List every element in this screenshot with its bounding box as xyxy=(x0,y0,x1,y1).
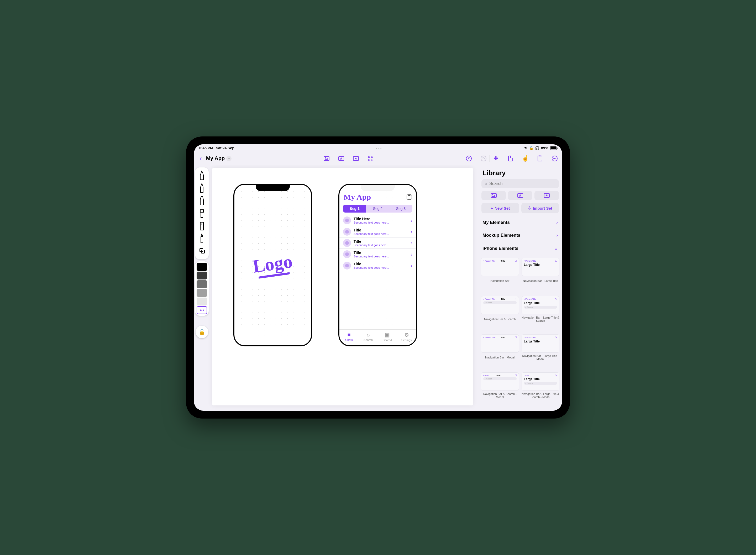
mock-tab-bar: ■Chats ⌕Search ▣Shared ⚙Settings xyxy=(339,329,416,345)
eraser-tool[interactable]: x xyxy=(197,220,207,232)
mock-app-title[interactable]: My App xyxy=(344,193,371,202)
item-caption: Navigation Bar xyxy=(490,278,509,284)
brush-tool[interactable] xyxy=(197,207,207,219)
tab-shared[interactable]: ▣Shared xyxy=(378,332,397,342)
avatar-icon xyxy=(343,262,351,269)
library-grid[interactable]: ‹Parent TitleTitle☐ Navigation Bar ‹Pare… xyxy=(478,255,562,411)
library-item[interactable]: ‹Parent Title☐Large Title Navigation Bar… xyxy=(521,258,560,293)
gear-icon: ⚙ xyxy=(404,332,409,338)
tab-label: Shared xyxy=(383,339,392,342)
chevron-down-icon[interactable]: ⌄ xyxy=(226,156,232,161)
library-title: Library xyxy=(478,165,562,179)
document-title[interactable]: My App ⌄ xyxy=(206,155,232,161)
redo-button[interactable]: ↷ xyxy=(480,155,487,162)
segmented-control[interactable]: Seg 1 Seg 2 Seg 3 xyxy=(343,205,412,213)
segment-3[interactable]: Seg 3 xyxy=(389,205,412,213)
list-item[interactable]: Title Secondary text goes here... › xyxy=(339,238,416,249)
canvas[interactable]: Logo My App xyxy=(212,168,473,405)
mock-header: My App xyxy=(339,185,416,203)
row-subtitle: Secondary text goes here... xyxy=(353,232,408,236)
chat-icon: ■ xyxy=(347,332,350,338)
library-item[interactable]: Close✎Large Title⌕Search Navigation Bar … xyxy=(521,372,560,408)
library-item[interactable]: ‹Parent Title✎Large Title⌕Search Navigat… xyxy=(521,296,560,332)
share-icon[interactable] xyxy=(537,155,543,162)
new-set-button[interactable]: +New Set xyxy=(481,203,519,213)
avatar-icon xyxy=(343,250,351,258)
star-tool-icon[interactable] xyxy=(352,155,360,162)
tab-label: Chats xyxy=(345,338,353,341)
row-title: Title xyxy=(353,228,408,232)
filter-images[interactable] xyxy=(481,191,506,200)
puzzle-icon[interactable]: ✚ xyxy=(493,155,499,162)
color-swatch-3[interactable] xyxy=(197,289,207,297)
library-item[interactable]: ‹Parent TitleTitle+⌕Search Navigation Ba… xyxy=(481,296,519,332)
library-item[interactable]: CloseTitle☐⌕Search Navigation Bar & Sear… xyxy=(481,372,519,408)
color-swatch-2[interactable] xyxy=(197,280,207,288)
battery-icon xyxy=(550,146,557,150)
import-set-label: Import Set xyxy=(533,206,552,210)
color-swatch-0[interactable] xyxy=(197,263,207,271)
mockup-phone-list[interactable]: My App Seg 1 Seg 2 Seg 3 xyxy=(338,184,417,346)
search-icon: ⌕ xyxy=(367,332,370,338)
tab-chats[interactable]: ■Chats xyxy=(339,332,359,342)
insert-tools xyxy=(323,155,374,162)
new-set-label: New Set xyxy=(495,206,510,210)
grid-tool-icon[interactable] xyxy=(367,155,374,162)
svg-text:x: x xyxy=(201,223,203,225)
hand-tool-icon[interactable]: ☝ xyxy=(522,155,529,162)
tab-settings[interactable]: ⚙Settings xyxy=(397,332,416,342)
list-item[interactable]: Title Secondary text goes here... › xyxy=(339,260,416,271)
section-iphone-elements[interactable]: iPhone Elements ⌄ xyxy=(478,242,562,255)
row-subtitle: Secondary text goes here... xyxy=(353,255,408,258)
library-item[interactable]: ‹Parent TitleTitle☐ Navigation Bar xyxy=(481,258,519,293)
list-item[interactable]: Title Secondary text goes here... › xyxy=(339,226,416,238)
mockup-phone-splash[interactable]: Logo xyxy=(234,184,312,346)
avatar-icon xyxy=(343,228,351,236)
import-set-button[interactable]: ⇩Import Set xyxy=(521,203,559,213)
section-mockup-elements[interactable]: Mockup Elements › xyxy=(478,229,562,242)
image-tool-icon[interactable] xyxy=(323,155,330,162)
color-swatch-1[interactable] xyxy=(197,271,207,280)
color-swatch-4[interactable] xyxy=(197,298,207,305)
canvas-area[interactable]: Logo My App xyxy=(210,165,478,411)
lock-button[interactable]: 🔓 xyxy=(196,326,208,338)
status-date: Sat 24 Sep xyxy=(216,146,235,150)
multitask-dots-icon[interactable]: ●●● xyxy=(235,147,524,149)
tab-search[interactable]: ⌕Search xyxy=(359,332,378,342)
shapes-tool[interactable] xyxy=(197,245,207,257)
library-item[interactable]: ‹Parent Title✎Large Title Navigation Bar… xyxy=(521,334,560,370)
chevron-right-icon: › xyxy=(556,233,558,238)
undo-button[interactable]: ↶ xyxy=(465,155,472,162)
mock-list: Title Here Secondary text goes here... ›… xyxy=(339,215,416,271)
item-caption: Navigation Bar & Search - Modal xyxy=(481,392,519,399)
color-swatch-custom[interactable]: ••• xyxy=(197,306,207,314)
search-input[interactable] xyxy=(489,181,556,186)
logo[interactable]: Logo xyxy=(235,185,311,345)
drawing-tools: x xyxy=(195,167,209,259)
segment-1[interactable]: Seg 1 xyxy=(343,205,366,213)
pen-tool[interactable] xyxy=(197,170,207,182)
library-item[interactable]: ‹Parent TitleTitle☐ Navigation Bar - Mod… xyxy=(481,334,519,370)
section-my-elements[interactable]: My Elements › xyxy=(478,216,562,229)
row-subtitle: Secondary text goes here... xyxy=(353,221,408,224)
filter-text[interactable] xyxy=(508,191,532,200)
section-label: Mockup Elements xyxy=(482,233,520,238)
list-item[interactable]: Title Here Secondary text goes here... › xyxy=(339,215,416,226)
avatar-icon xyxy=(343,216,351,224)
marker-tool[interactable] xyxy=(197,195,207,207)
list-item[interactable]: Title Secondary text goes here... › xyxy=(339,249,416,260)
back-button[interactable]: ‹ xyxy=(198,154,203,162)
library-search[interactable]: ⌕ xyxy=(481,179,559,188)
share-icon[interactable] xyxy=(407,195,412,200)
filter-star[interactable] xyxy=(535,191,559,200)
status-right: ⟲ 🔒 🎧 89% xyxy=(524,146,557,150)
item-caption: Navigation Bar - Large Title & Search - … xyxy=(521,392,560,399)
pencil-tool[interactable] xyxy=(197,182,207,194)
segment-2[interactable]: Seg 2 xyxy=(366,205,389,213)
fine-pen-tool[interactable] xyxy=(197,232,207,245)
more-icon[interactable]: ••• xyxy=(551,155,558,162)
row-title: Title xyxy=(353,262,408,266)
text-tool-icon[interactable] xyxy=(338,155,345,162)
status-bar: 6:45 PM Sat 24 Sep ●●● ⟲ 🔒 🎧 89% xyxy=(194,144,562,152)
page-icon[interactable] xyxy=(507,155,514,162)
